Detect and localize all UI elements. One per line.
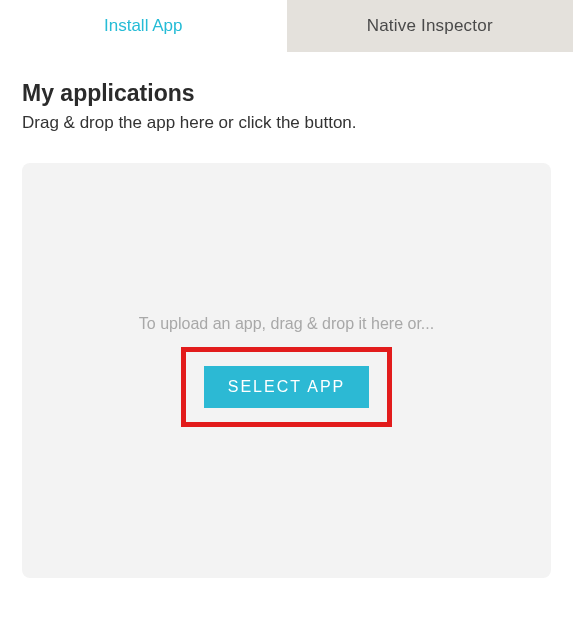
select-app-button-label: SELECT APP — [228, 378, 346, 395]
highlight-frame: SELECT APP — [181, 347, 393, 427]
dropzone-hint: To upload an app, drag & drop it here or… — [139, 315, 434, 333]
tab-inspector-label: Native Inspector — [367, 16, 493, 35]
tab-bar: Install App Native Inspector — [0, 0, 573, 52]
page-title: My applications — [22, 80, 551, 107]
tab-native-inspector[interactable]: Native Inspector — [287, 0, 574, 52]
select-app-button[interactable]: SELECT APP — [204, 366, 370, 408]
main-content: My applications Drag & drop the app here… — [0, 52, 573, 578]
tab-install-label: Install App — [104, 16, 182, 35]
tab-install-app[interactable]: Install App — [0, 0, 287, 52]
upload-dropzone[interactable]: To upload an app, drag & drop it here or… — [22, 163, 551, 578]
page-subtitle: Drag & drop the app here or click the bu… — [22, 113, 551, 133]
